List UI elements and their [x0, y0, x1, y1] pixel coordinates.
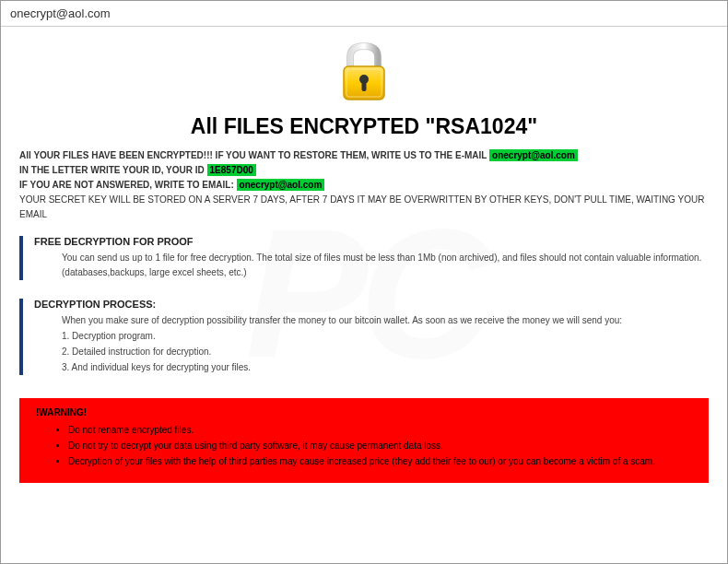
- free-decryption-section: FREE DECRYPTION FOR PROOF You can send u…: [19, 236, 709, 280]
- intro-line1: All YOUR FILES HAVE BEEN ENCRYPTED!!! IF…: [19, 150, 489, 160]
- window-titlebar: onecrypt@aol.com: [1, 1, 727, 27]
- process-step-1: 1. Decryption program.: [62, 329, 709, 344]
- warning-item-1: Do not rename encrypted files.: [68, 423, 692, 437]
- warning-item-2: Do not try to decrypt your data using th…: [68, 439, 692, 452]
- lock-icon: [337, 41, 391, 103]
- intro-line2: IN THE LETTER WRITE YOUR ID, YOUR ID: [19, 165, 207, 175]
- decryption-process-section: DECRYPTION PROCESS: When you make sure o…: [19, 299, 709, 375]
- process-intro: When you make sure of decryption possibi…: [62, 313, 709, 328]
- contact-email-2: onecrypt@aol.com: [237, 179, 325, 191]
- contact-email-1: onecrypt@aol.com: [489, 149, 578, 161]
- warning-box: !WARNING! Do not rename encrypted files.…: [19, 398, 709, 483]
- free-decryption-body: You can send us up to 1 file for free de…: [34, 251, 709, 280]
- window-title: onecrypt@aol.com: [10, 6, 111, 20]
- process-step-3: 3. And individual keys for decrypting yo…: [62, 360, 709, 375]
- content-area[interactable]: PC All FILES EN: [1, 27, 727, 561]
- warning-item-3: Decryption of your files with the help o…: [68, 454, 692, 468]
- free-decryption-title: FREE DECRYPTION FOR PROOF: [34, 236, 709, 247]
- intro-line4: YOUR SECRET KEY WILL BE STORED ON A SERV…: [19, 193, 709, 222]
- process-step-2: 2. Detailed instruction for decryption.: [62, 345, 709, 359]
- lock-icon-container: [19, 41, 709, 107]
- warning-title: !WARNING!: [36, 407, 692, 417]
- intro-line3: IF YOU ARE NOT ANSWERED, WRITE TO EMAIL:: [19, 180, 237, 190]
- main-heading: All FILES ENCRYPTED "RSA1024": [19, 114, 709, 139]
- intro-block: All YOUR FILES HAVE BEEN ENCRYPTED!!! IF…: [19, 148, 709, 222]
- victim-id: 1E857D00: [207, 164, 256, 176]
- decryption-process-title: DECRYPTION PROCESS:: [34, 299, 709, 310]
- svg-rect-3: [362, 81, 367, 91]
